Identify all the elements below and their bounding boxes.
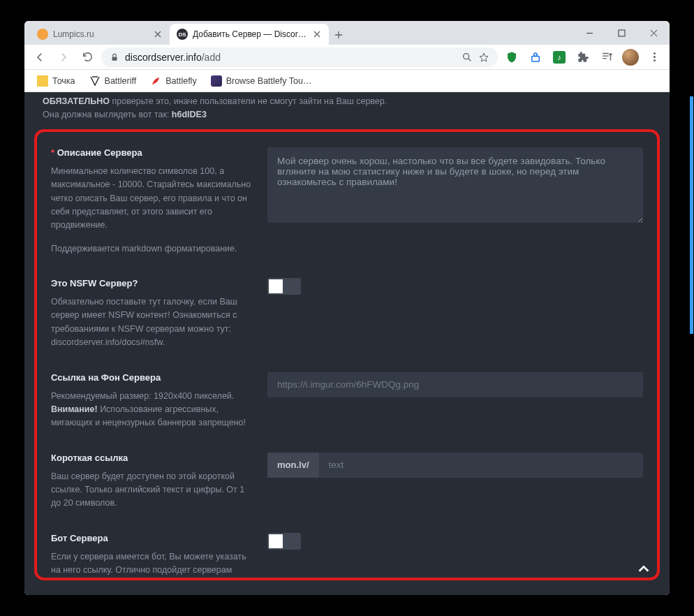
tab-title: Добавить Сервер — DiscordSer [193, 29, 307, 39]
reload-button[interactable] [77, 47, 97, 67]
forward-button[interactable] [54, 47, 73, 67]
page-content[interactable]: ОБЯЗАТЕЛЬНО проверьте это, иначе пользов… [24, 92, 670, 595]
back-button[interactable] [30, 47, 50, 67]
section-bot: Бот Сервера Если у сервера имеется бот, … [37, 527, 657, 578]
help-nsfw: Обязательно поставьте тут галочку, если … [51, 295, 253, 350]
tab-lumpics[interactable]: Lumpics.ru [30, 24, 170, 45]
browser-window: Lumpics.ru DS Добавить Сервер — DiscordS… [24, 21, 670, 595]
section-description: * Описание Сервера Минимальное количеств… [37, 142, 657, 272]
bookmark-label: Battleriff [105, 76, 137, 86]
shortlink-input[interactable] [319, 453, 643, 478]
tab-title: Lumpics.ru [53, 29, 148, 39]
extensions-button[interactable] [573, 47, 593, 67]
help-markdown: Поддерживается markdown форматирование. [51, 242, 253, 256]
label-bot: Бот Сервера [51, 533, 253, 543]
nsfw-toggle[interactable] [267, 278, 301, 295]
bookmark-icon [150, 75, 161, 87]
extension-icon-2[interactable]: ♪ [549, 47, 569, 67]
menu-button[interactable] [644, 47, 664, 67]
omnibox[interactable]: discordserver.info/add [101, 47, 498, 67]
minimize-button[interactable] [573, 21, 605, 45]
bookmark-icon [211, 75, 222, 87]
music-icon: ♪ [553, 51, 566, 64]
section-nsfw: Это NSFW Сервер? Обязательно поставьте т… [37, 272, 657, 367]
label-nsfw: Это NSFW Сервер? [51, 278, 253, 288]
label-background: Ссылка на Фон Сервера [51, 372, 253, 383]
bookmark-label: Browse Battlefy Tou… [226, 76, 312, 86]
section-shortlink: Короткая ссылка Ваш сервер будет доступе… [37, 447, 657, 527]
shortlink-prefix: mon.lv/ [267, 453, 319, 478]
maximize-button[interactable] [605, 21, 637, 45]
svg-rect-0 [619, 30, 625, 36]
bookmarks-bar: Точка Battleriff Battlefly Browse Battle… [24, 70, 670, 92]
bookmark-label: Battlefly [165, 76, 196, 86]
help-bot: Если у сервера имеется бот, Вы можете ук… [51, 550, 253, 578]
background-url-input[interactable] [267, 372, 643, 397]
lock-icon [110, 52, 119, 62]
address-bar: discordserver.info/add ♪ [24, 45, 670, 70]
reading-list-icon[interactable] [597, 47, 617, 67]
label-description: * Описание Сервера [51, 147, 253, 158]
description-input[interactable] [267, 147, 643, 223]
chevron-up-icon [636, 562, 651, 577]
help-background: Рекомендуемый размер: 1920x400 пикселей.… [51, 390, 253, 430]
toggle-thumb [269, 279, 283, 293]
star-icon[interactable] [478, 52, 489, 63]
section-background: Ссылка на Фон Сервера Рекомендуемый разм… [37, 367, 657, 447]
close-button[interactable] [637, 21, 670, 45]
page-scrollbar[interactable] [690, 96, 693, 334]
close-icon[interactable] [312, 29, 322, 39]
bookmark-battlefly[interactable]: Battlefly [145, 73, 202, 89]
browser-titlebar: Lumpics.ru DS Добавить Сервер — DiscordS… [24, 21, 670, 45]
new-tab-button[interactable] [329, 25, 348, 45]
svg-point-4 [534, 53, 538, 57]
window-controls [573, 21, 670, 45]
bookmark-battleriff[interactable]: Battleriff [84, 73, 142, 89]
label-shortlink: Короткая ссылка [51, 453, 253, 463]
help-description: Минимальное количество символов 100, а м… [51, 165, 253, 233]
plus-icon [334, 30, 344, 40]
close-icon[interactable] [153, 29, 163, 39]
adguard-icon[interactable] [502, 47, 522, 67]
search-icon[interactable] [462, 52, 473, 63]
bookmark-tochka[interactable]: Точка [31, 73, 81, 89]
toggle-thumb [269, 534, 283, 548]
svg-point-2 [464, 53, 469, 59]
bookmark-icon [89, 75, 101, 87]
profile-avatar[interactable] [621, 47, 640, 67]
bookmark-label: Точка [52, 76, 75, 86]
svg-rect-1 [112, 57, 117, 60]
bookmark-battlefy[interactable]: Browse Battlefy Tou… [205, 73, 318, 89]
favicon-discordserver: DS [177, 29, 188, 40]
url-text: discordserver.info/add [125, 52, 456, 63]
help-shortlink: Ваш сервер будет доступен по этой коротк… [51, 470, 253, 511]
bot-toggle[interactable] [267, 533, 301, 550]
tab-add-server[interactable]: DS Добавить Сервер — DiscordSer [170, 24, 329, 45]
form-highlight-frame: * Описание Сервера Минимальное количеств… [34, 129, 660, 580]
favicon-lumpics [37, 29, 48, 40]
scroll-top-button[interactable] [633, 559, 654, 580]
bookmark-icon [37, 75, 48, 87]
invite-notice: ОБЯЗАТЕЛЬНО проверьте это, иначе пользов… [36, 92, 658, 129]
extension-icon-1[interactable] [526, 47, 545, 67]
svg-rect-3 [532, 56, 540, 61]
